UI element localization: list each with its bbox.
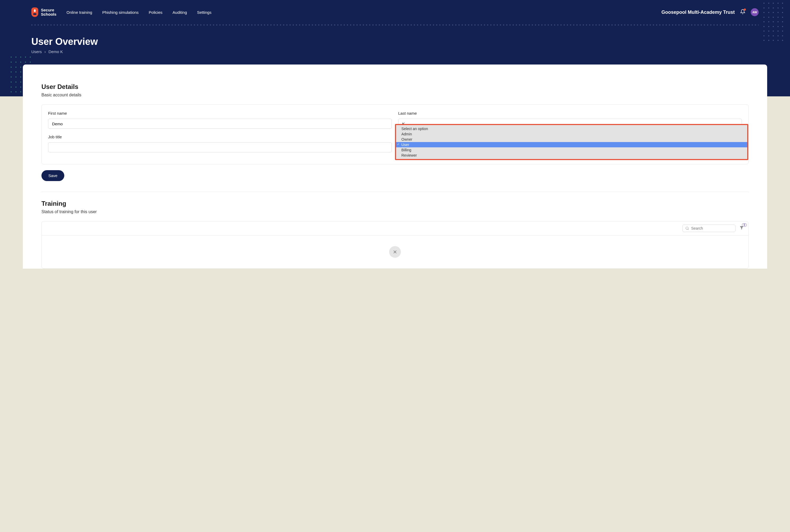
search-icon	[685, 226, 689, 230]
role-dropdown[interactable]: Select an option Admin Owner User Billin…	[395, 124, 748, 160]
user-details-form: First name Last name Job title Select an…	[41, 104, 749, 164]
close-icon	[392, 249, 398, 254]
training-card: 0	[41, 221, 749, 269]
chevron-right-icon: ›	[44, 50, 46, 54]
nav-settings[interactable]: Settings	[197, 10, 212, 15]
user-details-subtitle: Basic account details	[41, 93, 749, 97]
notification-dot	[744, 8, 746, 11]
training-search-input[interactable]	[691, 226, 733, 230]
last-name-label: Last name	[398, 111, 742, 115]
notifications-button[interactable]	[740, 9, 746, 15]
training-search[interactable]	[682, 225, 736, 232]
dropdown-option-owner[interactable]: Owner	[396, 137, 747, 142]
user-details-title: User Details	[41, 83, 749, 91]
logo-text: Secure Schools	[41, 8, 56, 17]
decorative-dots-right	[764, 3, 785, 42]
dropdown-option-user[interactable]: User	[396, 142, 747, 147]
nav-online-training[interactable]: Online training	[67, 10, 92, 15]
brand-logo[interactable]: Secure Schools	[31, 7, 56, 17]
nav-phishing-simulations[interactable]: Phishing simulations	[102, 10, 139, 15]
filter-count-badge: 0	[742, 223, 747, 227]
dropdown-option-billing[interactable]: Billing	[396, 147, 747, 153]
breadcrumb-root[interactable]: Users	[31, 50, 42, 54]
breadcrumb: Users › Demo K	[31, 50, 759, 54]
nav-links: Online training Phishing simulations Pol…	[67, 10, 212, 15]
training-subtitle: Status of training for this user	[41, 209, 749, 214]
svg-point-0	[686, 227, 688, 229]
first-name-label: First name	[48, 111, 392, 115]
nav-policies[interactable]: Policies	[149, 10, 163, 15]
save-button[interactable]: Save	[41, 170, 64, 181]
dropdown-option-placeholder[interactable]: Select an option	[396, 126, 747, 131]
breadcrumb-current: Demo K	[49, 50, 63, 54]
training-title: Training	[41, 200, 749, 207]
nav-auditing[interactable]: Auditing	[173, 10, 187, 15]
avatar[interactable]: AW	[751, 8, 759, 16]
job-title-label: Job title	[48, 135, 392, 139]
training-empty-state	[42, 235, 748, 268]
page-title: User Overview	[31, 36, 759, 47]
job-title-input[interactable]	[48, 142, 392, 152]
empty-close-icon	[389, 246, 401, 258]
org-name: Goosepool Multi-Academy Trust	[661, 10, 735, 15]
dropdown-option-reviewer[interactable]: Reviewer	[396, 153, 747, 158]
first-name-input[interactable]	[48, 119, 392, 129]
top-nav: Secure Schools Online training Phishing …	[0, 0, 790, 24]
filter-button[interactable]: 0	[739, 225, 744, 231]
divider	[41, 192, 749, 192]
dropdown-option-admin[interactable]: Admin	[396, 131, 747, 137]
logo-icon	[31, 7, 38, 17]
